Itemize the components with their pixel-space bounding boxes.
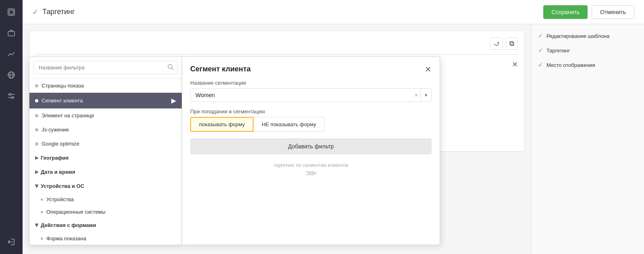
- filter-list-panel: Страницы показа Сегмент клиента ▶ Элемен…: [29, 56, 182, 245]
- header-title-area: ✓ Таргетинг: [32, 8, 75, 17]
- logout-icon[interactable]: [4, 235, 19, 249]
- segment-detail-panel: Сегмент клиента ✕ Название сегментации W…: [182, 56, 440, 245]
- segment-select-clear[interactable]: ×: [412, 89, 421, 102]
- filter-sub-item-операционные-системы[interactable]: Операционные системы: [29, 206, 182, 218]
- item-dot: [41, 211, 43, 213]
- segment-select-row[interactable]: Women × ▾: [190, 88, 432, 102]
- item-dot: [35, 142, 38, 146]
- filter-sub-item-устройства[interactable]: Устройства: [29, 193, 182, 206]
- segment-panel-title: Сегмент клиента: [190, 65, 251, 73]
- sidebar-item-label: Место отображения: [546, 62, 595, 68]
- briefcase-icon[interactable]: [4, 26, 19, 40]
- filter-item-сегмент-клиента[interactable]: Сегмент клиента ▶: [29, 93, 182, 108]
- content-area: И ИЛИ Добавить фильтр Добавить группу ИЛ…: [23, 24, 644, 254]
- segment-condition-group: При попадании в сегментацию показывать ф…: [190, 108, 432, 132]
- header-bar: ✓ Таргетинг Сохранить Отменить: [23, 0, 644, 24]
- filter-group-действия-формами[interactable]: ▶ Действия с формами: [29, 218, 182, 232]
- copy-icon[interactable]: [506, 37, 518, 50]
- item-dot: [41, 237, 43, 240]
- filter-group-label: Устройства и ОС: [41, 183, 84, 189]
- targeting-box-header: [36, 37, 518, 50]
- filter-item-label: Устройства: [46, 196, 74, 202]
- filter-group-география[interactable]: ▶ География: [29, 151, 182, 165]
- filter-search-box: [29, 57, 182, 79]
- filter-item-label: Сегмент клиента: [42, 98, 83, 104]
- segment-condition-label: При попадании в сегментацию: [190, 108, 432, 115]
- add-filter-segment-button[interactable]: Добавить фильтр: [190, 138, 432, 154]
- close-filter-row-button[interactable]: ✕: [512, 60, 518, 69]
- sidebar-item-таргетинг[interactable]: ✓ Таргетинг: [538, 45, 638, 56]
- svg-rect-1: [9, 10, 13, 14]
- globe-icon[interactable]: [4, 68, 19, 82]
- svg-rect-2: [8, 31, 15, 36]
- filter-item-label: Js-сужение: [42, 127, 69, 133]
- cancel-button[interactable]: Отменить: [592, 5, 634, 19]
- search-input-wrapper: [33, 61, 178, 74]
- save-button[interactable]: Сохранить: [543, 5, 588, 19]
- svg-rect-10: [511, 42, 514, 46]
- filter-item-js-сужение[interactable]: Js-сужение: [29, 123, 182, 137]
- dropdown-overlay: Страницы показа Сегмент клиента ▶ Элемен…: [29, 56, 440, 245]
- main-content: ✓ Таргетинг Сохранить Отменить: [23, 0, 644, 254]
- header-check-icon: ✓: [32, 8, 38, 17]
- segment-field-group: Название сегментации Women × ▾: [190, 80, 432, 102]
- filter-item-страницы-показа[interactable]: Страницы показа: [29, 79, 182, 93]
- item-dot: [35, 84, 38, 87]
- left-sidebar: [0, 0, 23, 254]
- sidebar-item-label: Таргетинг: [546, 48, 570, 54]
- filter-group-label: Действия с формами: [41, 222, 96, 228]
- filter-item-label: Страницы показа: [42, 83, 84, 89]
- item-dot: [35, 114, 38, 117]
- show-hide-row: показывать форму НЕ показывать форму: [190, 117, 432, 132]
- segment-hint-area: таргетинг по сегментам клиентов ⋙: [190, 161, 432, 178]
- filter-item-элемент-на-странице[interactable]: Элемент на странице: [29, 108, 182, 123]
- segment-header: Сегмент клиента ✕: [190, 65, 432, 73]
- layers-icon[interactable]: [4, 5, 19, 19]
- filter-group-устройства-ос[interactable]: ▶ Устройства и ОС: [29, 179, 182, 193]
- sidebar-item-место-отображения[interactable]: ✓ Место отображения: [538, 60, 638, 70]
- filter-item-label: Google optimize: [42, 141, 79, 147]
- segment-select-value: Women: [191, 89, 412, 102]
- header-actions: Сохранить Отменить: [543, 5, 634, 19]
- page-title: Таргетинг: [42, 8, 75, 16]
- filter-group-дата-время[interactable]: ▶ Дата и время: [29, 165, 182, 179]
- sidebar-item-label: Редактирование шаблона: [546, 33, 610, 39]
- check-icon: ✓: [538, 47, 543, 54]
- item-dot: [41, 198, 43, 201]
- refresh-icon[interactable]: [490, 37, 503, 50]
- filter-item-google-optimize[interactable]: Google optimize: [29, 137, 182, 151]
- sidebar-item-редактирование[interactable]: ✓ Редактирование шаблона: [538, 31, 638, 41]
- hide-form-button[interactable]: НЕ показывать форму: [253, 117, 324, 132]
- filter-search-input[interactable]: [33, 61, 178, 74]
- segment-select-arrow[interactable]: ▾: [421, 89, 431, 101]
- chevron-right-icon: ▶: [35, 155, 38, 160]
- check-icon: ✓: [538, 32, 543, 40]
- check-icon: ✓: [538, 61, 543, 69]
- filter-item-label: Операционные системы: [46, 209, 106, 215]
- svg-point-9: [12, 97, 14, 99]
- item-dot: [35, 99, 38, 102]
- filter-item-label: Элемент на странице: [42, 112, 94, 119]
- chevron-right-icon: ▶: [35, 169, 38, 175]
- segment-close-button[interactable]: ✕: [425, 65, 432, 73]
- chevron-down-icon: ▶: [34, 185, 39, 188]
- active-arrow-icon: ▶: [171, 97, 176, 104]
- filter-list-items: Страницы показа Сегмент клиента ▶ Элемен…: [29, 79, 182, 245]
- segment-field-label: Название сегментации: [190, 80, 432, 86]
- filter-sub-item-форма-показана[interactable]: Форма показана: [29, 232, 182, 245]
- main-panel: И ИЛИ Добавить фильтр Добавить группу ИЛ…: [23, 24, 531, 254]
- chevron-down-icon: ▶: [34, 224, 39, 227]
- show-form-button[interactable]: показывать форму: [190, 117, 253, 132]
- svg-point-8: [9, 94, 11, 96]
- sliders-icon[interactable]: [4, 89, 19, 103]
- filter-item-label: Форма показана: [46, 235, 86, 242]
- item-dot: [35, 128, 38, 131]
- filter-group-label: География: [41, 155, 69, 161]
- filter-group-label: Дата и время: [41, 169, 75, 175]
- right-sidebar: ✓ Редактирование шаблона ✓ Таргетинг ✓ М…: [531, 24, 644, 254]
- chart-icon[interactable]: [4, 47, 19, 61]
- svg-rect-11: [510, 42, 513, 45]
- segment-hint-text: таргетинг по сегментам клиентов: [190, 162, 432, 168]
- scroll-down-icon: ⋙: [190, 168, 432, 178]
